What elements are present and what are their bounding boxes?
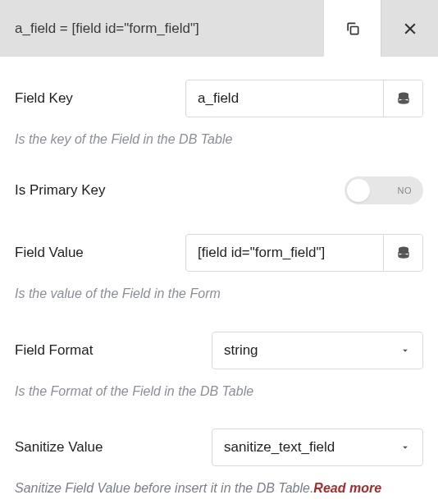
svg-rect-0 <box>350 26 358 34</box>
svg-point-4 <box>399 96 408 100</box>
field-key-input[interactable] <box>186 80 383 117</box>
is-primary-key-row: Is Primary Key NO <box>15 176 423 204</box>
field-key-help: Is the key of the Field in the DB Table <box>15 131 423 149</box>
field-key-row: Field Key <box>15 80 423 117</box>
chevron-down-icon <box>399 345 411 356</box>
toggle-knob <box>347 179 370 202</box>
sanitize-value-help: Sanitize Field Value before insert it in… <box>15 479 423 497</box>
is-primary-key-label: Is Primary Key <box>15 182 212 199</box>
is-primary-key-toggle[interactable]: NO <box>344 176 423 204</box>
content: Field Key Is the key <box>0 57 438 504</box>
field-key-input-group <box>185 80 423 117</box>
field-value-help: Is the value of the Field in the Form <box>15 285 423 303</box>
close-button[interactable] <box>381 0 438 57</box>
read-more-link[interactable]: Read more <box>313 481 381 495</box>
toggle-off-label: NO <box>398 186 413 195</box>
field-value-db-button[interactable] <box>383 235 422 271</box>
sanitize-value-row: Sanitize Value sanitize_text_field <box>15 428 423 466</box>
chevron-down-icon <box>399 442 411 453</box>
sanitize-value-value: sanitize_text_field <box>224 439 335 456</box>
copy-icon <box>344 21 361 37</box>
field-format-value: string <box>224 342 258 359</box>
field-key-label: Field Key <box>15 90 185 107</box>
header: a_field = [field id="form_field"] <box>0 0 438 57</box>
sanitize-value-help-text: Sanitize Field Value before insert it in… <box>15 481 313 495</box>
field-value-input[interactable] <box>186 235 383 271</box>
field-format-help: Is the Format of the Field in the DB Tab… <box>15 383 423 401</box>
header-title: a_field = [field id="form_field"] <box>0 0 323 57</box>
database-icon <box>396 91 411 106</box>
field-format-select[interactable]: string <box>212 332 423 369</box>
field-format-label: Field Format <box>15 342 212 359</box>
field-value-input-group <box>185 234 423 272</box>
sanitize-value-label: Sanitize Value <box>15 439 212 456</box>
field-format-row: Field Format string <box>15 332 423 369</box>
svg-point-7 <box>399 250 408 254</box>
svg-point-8 <box>399 254 408 259</box>
copy-button[interactable] <box>323 0 381 57</box>
field-value-row: Field Value <box>15 234 423 272</box>
close-icon <box>402 21 418 37</box>
sanitize-value-select[interactable]: sanitize_text_field <box>212 428 423 466</box>
field-value-label: Field Value <box>15 245 185 261</box>
svg-point-5 <box>399 100 408 104</box>
database-icon <box>396 245 411 260</box>
field-key-db-button[interactable] <box>383 80 422 117</box>
